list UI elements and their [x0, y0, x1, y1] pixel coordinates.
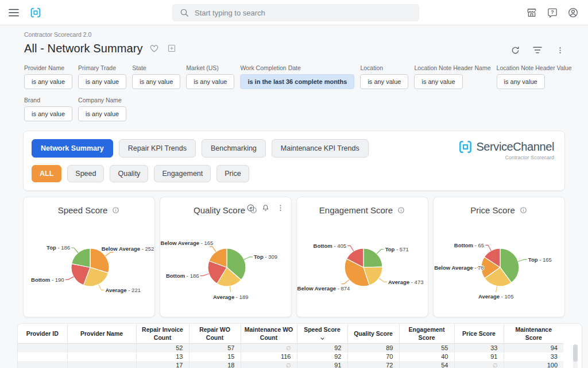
cell: 92 — [297, 352, 347, 361]
pie-chart[interactable]: Top - 309Average - 189Bottom - 186Below … — [160, 217, 291, 313]
filter-label: Market (US) — [186, 64, 234, 71]
help-icon[interactable]: ? — [546, 6, 559, 20]
brand-name: ServiceChannel — [476, 140, 554, 154]
column-speed-score[interactable]: Speed Score — [297, 324, 347, 344]
svg-text:Top - 309: Top - 309 — [254, 254, 277, 260]
chip-engagement[interactable]: Engagement — [154, 165, 211, 182]
tab-maintenance-kpi-trends[interactable]: Maintenance KPI Trends — [272, 139, 369, 158]
cell: 91 — [297, 361, 347, 368]
filter-value[interactable]: is any value — [414, 74, 462, 89]
cell: 92 — [297, 344, 347, 353]
column-provider-id[interactable]: Provider ID — [18, 324, 67, 344]
account-icon[interactable] — [566, 6, 580, 20]
pie-chart[interactable]: Top - 165Average - 105Below Average - 78… — [434, 217, 564, 313]
svg-text:Bottom - 65: Bottom - 65 — [454, 242, 484, 248]
filter-icon[interactable] — [532, 45, 543, 55]
chip-quality[interactable]: Quality — [110, 165, 148, 182]
tab-repair-kpi-trends[interactable]: Repair KPI Trends — [119, 139, 196, 158]
svg-text:Bottom - 190: Bottom - 190 — [31, 277, 64, 283]
servicechannel-logo-icon[interactable] — [30, 7, 41, 18]
filter-value[interactable]: is any value — [24, 106, 72, 121]
info-icon[interactable] — [397, 206, 405, 214]
chip-all[interactable]: ALL — [32, 165, 61, 182]
tab-network-summary[interactable]: Network Summary — [32, 139, 113, 158]
alert-icon[interactable] — [261, 203, 270, 213]
filter-value[interactable]: is any value — [78, 74, 126, 89]
filter-provider-name: Provider Name is any value — [24, 64, 72, 89]
filter-location: Location is any value — [360, 64, 408, 89]
pie-chart[interactable]: Below Average - 252Average - 221Bottom -… — [24, 217, 154, 313]
filter-value[interactable]: is any value — [78, 106, 126, 121]
cell: 116 — [241, 352, 297, 361]
svg-text:Average - 105: Average - 105 — [478, 293, 513, 300]
page-title: All - Network Summary — [24, 42, 143, 55]
brand-block: ServiceChannel Contractor Scorecard — [458, 140, 554, 160]
refresh-icon[interactable] — [510, 45, 520, 55]
info-icon[interactable] — [111, 206, 120, 214]
chip-speed[interactable]: Speed — [67, 165, 104, 182]
cell: ∅ — [454, 361, 504, 368]
filter-value[interactable]: is in the last 36 complete months — [240, 74, 354, 89]
filter-label: Provider Name — [24, 64, 72, 71]
cell — [67, 344, 136, 353]
filter-primary-trade: Primary Trade is any value — [78, 64, 126, 89]
column-price-score[interactable]: Price Score — [454, 324, 504, 344]
column-maintenance-wo-count[interactable]: Maintenance WO Count — [241, 324, 297, 344]
chart-card-quality-score: Quality Score Top - 309Average - 189Bott… — [160, 197, 292, 317]
kebab-icon[interactable] — [276, 203, 285, 213]
cell — [67, 361, 136, 368]
filter-company-name: Company Name is any value — [78, 97, 126, 121]
explore-icon[interactable] — [246, 203, 256, 213]
cell: 100 — [504, 361, 563, 368]
cell: ∅ — [241, 344, 297, 353]
table-scrollbar[interactable] — [573, 344, 578, 368]
filter-row-2: Brand is any value Company Name is any v… — [24, 97, 565, 121]
cell: 18 — [189, 361, 241, 368]
chart-card-price-score: Price Score Top - 165Average - 105Below … — [433, 197, 565, 317]
table-row[interactable]: 5257∅9289553394 — [18, 344, 563, 353]
secondary-tabs: ALLSpeedQualityEngagementPrice — [32, 165, 556, 182]
filter-market-us: Market (US) is any value — [186, 64, 234, 89]
pie-chart[interactable]: Top - 571Average - 473Below Average - 87… — [297, 217, 428, 313]
filter-value[interactable]: is any value — [24, 74, 72, 89]
filter-value[interactable]: is any value — [497, 74, 545, 89]
filter-state: State is any value — [132, 64, 180, 89]
table-row[interactable]: 13151169270409133 — [18, 352, 563, 361]
column-maintenance-score[interactable]: Maintenance Score — [504, 324, 563, 344]
svg-text:?: ? — [551, 9, 554, 15]
cell: 54 — [399, 361, 454, 368]
page-head: Contractor Scorecard 2.0 All - Network S… — [24, 31, 565, 56]
chart-row: Speed Score Below Average - 252Average -… — [23, 197, 565, 317]
cell — [18, 344, 67, 353]
topbar: ? — [0, 0, 588, 25]
filter-value[interactable]: is any value — [186, 74, 234, 89]
info-icon[interactable] — [519, 206, 528, 214]
column-engagement-score[interactable]: Engagement Score — [399, 324, 454, 344]
chip-price[interactable]: Price — [216, 165, 249, 182]
column-provider-name[interactable]: Provider Name — [67, 324, 136, 344]
cell: 40 — [399, 352, 454, 361]
column-repair-wo-count[interactable]: Repair WO Count — [189, 324, 241, 344]
svg-text:Below Average - 165: Below Average - 165 — [161, 240, 214, 246]
menu-icon[interactable] — [9, 9, 19, 17]
favorite-icon[interactable] — [149, 43, 160, 54]
search-input[interactable] — [195, 9, 412, 17]
chart-title: Engagement Score — [319, 205, 393, 215]
tab-benchmarking[interactable]: Benchmarking — [202, 139, 266, 158]
cell: 94 — [504, 344, 563, 353]
filter-label: State — [132, 64, 180, 71]
column-repair-invoice-count[interactable]: Repair Invoice Count — [136, 324, 189, 344]
cell — [18, 352, 67, 361]
filter-value[interactable]: is any value — [132, 74, 180, 89]
filter-location-note-header-value: Location Note Header Value is any value — [497, 64, 572, 89]
svg-text:Below Average - 78: Below Average - 78 — [434, 264, 483, 271]
table-row[interactable]: 1718∅917254∅100 — [18, 361, 563, 368]
filter-row-1: Provider Name is any value Primary Trade… — [24, 64, 565, 89]
filter-label: Work Completion Date — [240, 64, 354, 71]
add-board-icon[interactable] — [166, 43, 177, 54]
column-quality-score[interactable]: Quality Score — [347, 324, 399, 344]
filter-value[interactable]: is any value — [360, 74, 408, 89]
chart-title: Speed Score — [58, 205, 108, 215]
storefront-icon[interactable] — [525, 6, 539, 20]
kebab-icon[interactable] — [555, 45, 565, 55]
